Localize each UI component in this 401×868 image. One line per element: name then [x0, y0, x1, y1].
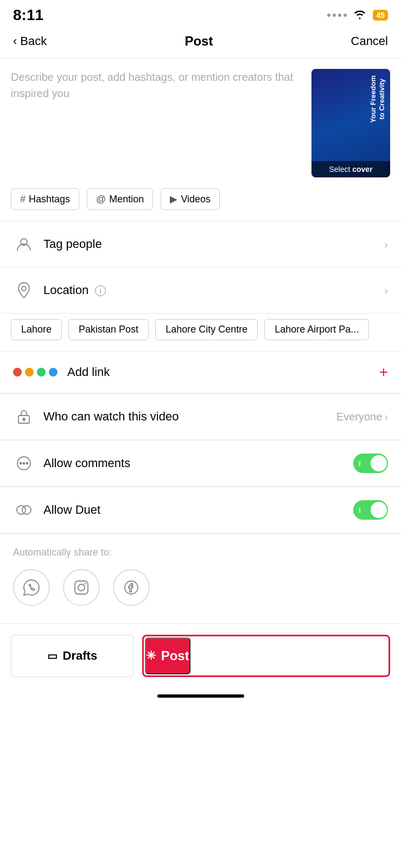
toggle-on-label: I: [359, 459, 361, 468]
tool-buttons-row: # Hashtags @ Mention ▶ Videos: [0, 186, 401, 221]
top-nav: ‹ Back Post Cancel: [0, 28, 401, 58]
post-button-wrapper: ✳ Post: [142, 635, 390, 677]
tag-people-label: Tag people: [43, 237, 384, 251]
allow-comments-row: Allow comments I: [0, 441, 401, 487]
who-can-watch-chevron-icon: ›: [384, 411, 388, 423]
hashtags-label: Hashtags: [29, 194, 70, 205]
location-chip-pakistan-post[interactable]: Pakistan Post: [68, 319, 149, 340]
videos-label: Videos: [181, 194, 211, 205]
post-sparkle-icon: ✳: [146, 649, 156, 663]
home-bar: [157, 694, 244, 698]
who-can-watch-value: Everyone: [336, 411, 383, 423]
drafts-icon: ▭: [47, 649, 58, 662]
location-info-icon: i: [95, 285, 106, 296]
status-icons: 45: [327, 9, 388, 22]
mention-label: Mention: [109, 194, 144, 205]
share-label: Automatically share to:: [13, 547, 388, 558]
battery-indicator: 45: [373, 10, 388, 21]
description-area: Describe your post, add hashtags, or men…: [0, 58, 401, 186]
svg-point-5: [20, 463, 22, 464]
location-chip-lahore-airport[interactable]: Lahore Airport Pa...: [264, 319, 369, 340]
videos-button[interactable]: ▶ Videos: [161, 188, 220, 210]
location-chip-lahore-city-centre[interactable]: Lahore City Centre: [155, 319, 258, 340]
who-can-watch-row[interactable]: Who can watch this video Everyone ›: [0, 394, 401, 440]
svg-point-1: [22, 286, 26, 291]
cover-thumbnail[interactable]: Your Freedomto Creativity Select cover: [311, 69, 390, 177]
back-chevron-icon: ‹: [13, 34, 17, 48]
mention-icon: @: [96, 194, 106, 205]
svg-rect-10: [75, 581, 88, 594]
allow-duet-toggle[interactable]: I: [353, 500, 388, 520]
svg-point-11: [78, 584, 85, 591]
back-button[interactable]: ‹ Back: [13, 34, 47, 48]
whatsapp-button[interactable]: [13, 569, 50, 606]
mention-button[interactable]: @ Mention: [87, 188, 153, 210]
allow-comments-label: Allow comments: [43, 456, 353, 470]
duet-icon: [13, 499, 35, 521]
tag-people-icon: [13, 233, 35, 255]
hashtags-button[interactable]: # Hashtags: [11, 188, 79, 210]
drafts-button[interactable]: ▭ Drafts: [11, 635, 133, 677]
allow-comments-toggle[interactable]: I: [353, 454, 388, 473]
play-icon: ▶: [170, 193, 177, 205]
toggle-knob: [371, 455, 387, 471]
lock-icon: [13, 406, 35, 427]
status-bar: 8:11 45: [0, 0, 401, 28]
wifi-icon: [352, 9, 367, 22]
location-chips-row: Lahore Pakistan Post Lahore City Centre …: [0, 314, 401, 351]
instagram-button[interactable]: [63, 569, 100, 606]
share-icons-row: [13, 569, 388, 606]
home-indicator: [0, 686, 401, 702]
post-button[interactable]: ✳ Post: [145, 637, 190, 674]
toggle-on-label-2: I: [359, 506, 361, 514]
add-link-label: Add link: [67, 365, 379, 379]
cancel-button[interactable]: Cancel: [351, 34, 388, 48]
bottom-buttons: ▭ Drafts ✳ Post: [0, 623, 401, 686]
location-chevron-icon: ›: [384, 284, 388, 297]
svg-point-7: [27, 463, 28, 464]
allow-duet-row: Allow Duet I: [0, 487, 401, 533]
back-label: Back: [20, 34, 47, 48]
signal-icon: [327, 14, 347, 17]
drafts-label: Drafts: [63, 649, 98, 663]
link-dots-icon: [13, 368, 58, 376]
toggle-knob-2: [371, 502, 387, 518]
add-link-plus-icon: +: [379, 363, 388, 381]
hashtag-icon: #: [20, 194, 26, 205]
svg-point-3: [23, 418, 25, 420]
add-link-row[interactable]: Add link +: [0, 352, 401, 393]
location-label: Location i: [43, 283, 384, 297]
svg-point-12: [85, 583, 86, 585]
svg-point-6: [23, 463, 25, 464]
description-placeholder[interactable]: Describe your post, add hashtags, or men…: [11, 69, 303, 177]
location-row[interactable]: Location i ›: [0, 267, 401, 314]
tag-people-row[interactable]: Tag people ›: [0, 221, 401, 267]
who-can-watch-label: Who can watch this video: [43, 410, 336, 424]
comments-icon: [13, 452, 35, 474]
allow-duet-label: Allow Duet: [43, 503, 353, 517]
page-title: Post: [184, 34, 213, 49]
share-section: Automatically share to:: [0, 534, 401, 615]
svg-point-9: [22, 506, 31, 514]
tag-people-chevron-icon: ›: [384, 238, 388, 251]
status-time: 8:11: [13, 7, 43, 24]
location-chip-lahore[interactable]: Lahore: [11, 319, 62, 340]
location-icon: [13, 279, 35, 301]
facebook-button[interactable]: [113, 569, 150, 606]
post-label: Post: [161, 648, 189, 663]
